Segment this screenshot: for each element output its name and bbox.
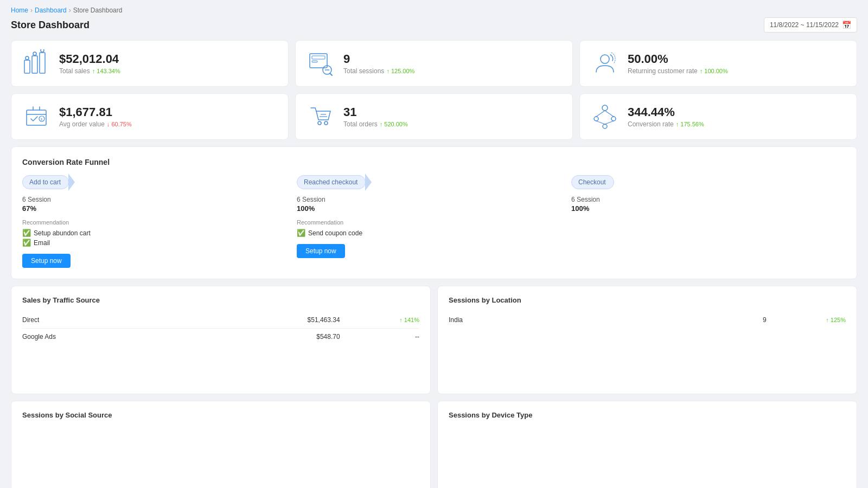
funnel-step0-setup-btn[interactable]: Setup now (22, 254, 71, 268)
funnel-step2-sessions: 6 Session (571, 196, 835, 203)
svg-point-18 (602, 105, 608, 111)
total-orders-value: 31 (343, 105, 408, 119)
page-header: Store Dashboard 11/8/2022 ~ 11/15/2022 📅 (11, 17, 857, 33)
date-range-picker[interactable]: 11/8/2022 ~ 11/15/2022 📅 (764, 17, 857, 33)
traffic-source-1: Google Ads (22, 333, 181, 341)
funnel-step1-rec0: ✅ Send coupon code (297, 229, 560, 237)
calendar-icon: 📅 (842, 21, 851, 29)
funnel-step0-rec1: ✅ Email (22, 239, 286, 247)
orders-icon (307, 102, 335, 131)
sales-icon (22, 49, 50, 78)
svg-point-16 (318, 121, 321, 125)
metrics-bottom-row: $ $1,677.81 Avg order value 60.75% (11, 93, 857, 140)
check-icon-1: ✅ (22, 239, 31, 247)
breadcrumb-dashboard[interactable]: Dashboard (35, 7, 67, 14)
svg-text:$: $ (41, 118, 43, 121)
funnel-step1-rec-label: Recommendation (297, 219, 560, 226)
svg-rect-7 (312, 56, 325, 59)
traffic-row-1: Google Ads $548.70 -- (22, 329, 419, 345)
funnel-step1-percent: 100% (297, 204, 560, 213)
location-row-0: India 9 ↑ 125% (449, 312, 846, 328)
total-sessions-label: Total sessions 125.00% (343, 67, 414, 75)
svg-rect-0 (24, 60, 30, 73)
conversion-rate-value: 344.44% (628, 105, 704, 119)
avg-order-trend: 60.75% (107, 121, 132, 127)
sessions-icon (307, 49, 335, 78)
metric-card-total-orders: 31 Total orders 520.00% (295, 93, 573, 140)
location-change-0: ↑ 125% (767, 317, 846, 323)
funnel-step0-rec0: ✅ Setup abundon cart (22, 229, 286, 237)
breadcrumb-current: Store Dashboard (73, 7, 123, 14)
conversion-icon (591, 102, 619, 131)
funnel-steps: Add to cart 6 Session 67% Recommendation… (22, 175, 846, 268)
svg-point-5 (41, 49, 44, 52)
funnel-section: Conversion Rate Funnel Add to cart 6 Ses… (11, 146, 857, 279)
conversion-rate-trend: 175.56% (676, 121, 704, 127)
sales-traffic-title: Sales by Traffic Source (22, 296, 419, 304)
funnel-badge-reached-checkout: Reached checkout (297, 175, 366, 189)
breadcrumb: Home › Dashboard › Store Dashboard (11, 7, 857, 14)
sessions-by-device-panel: Sessions by Device Type (437, 401, 857, 488)
total-sessions-value: 9 (343, 52, 414, 66)
avg-order-value: $1,677.81 (59, 105, 132, 119)
svg-point-20 (611, 117, 616, 121)
date-range-value: 11/8/2022 ~ 11/15/2022 (770, 21, 839, 29)
funnel-step0-percent: 67% (22, 204, 286, 213)
metric-card-avg-order: $ $1,677.81 Avg order value 60.75% (11, 93, 289, 140)
traffic-source-0: Direct (22, 316, 181, 324)
traffic-value-1: $548.70 (181, 333, 340, 341)
bottom-grid-bottom: Sessions by Social Source Sessions by De… (11, 401, 857, 488)
sessions-social-title: Sessions by Social Source (22, 411, 419, 419)
svg-point-21 (603, 124, 607, 129)
traffic-change-1: -- (340, 333, 419, 341)
traffic-row-0: Direct $51,463.34 ↑ 141% (22, 312, 419, 329)
funnel-badge-add-to-cart: Add to cart (22, 175, 69, 189)
location-count-0: 9 (608, 316, 767, 324)
svg-line-11 (330, 73, 332, 75)
metric-card-conversion: 344.44% Conversion rate 175.56% (579, 93, 857, 140)
returning-customer-label: Returning customer rate 100.00% (628, 67, 728, 75)
svg-rect-1 (32, 56, 37, 73)
check-icon-2: ✅ (297, 229, 305, 237)
funnel-step0-sessions: 6 Session (22, 196, 286, 203)
returning-customer-trend: 100.00% (700, 68, 728, 74)
funnel-step2-percent: 100% (571, 204, 835, 213)
avg-order-label: Avg order value 60.75% (59, 120, 132, 128)
check-icon-0: ✅ (22, 229, 31, 237)
breadcrumb-home[interactable]: Home (11, 7, 28, 14)
traffic-value-0: $51,463.34 (181, 316, 340, 324)
funnel-step-checkout: Checkout 6 Session 100% (571, 175, 846, 268)
funnel-step-reached-checkout: Reached checkout 6 Session 100% Recommen… (297, 175, 571, 268)
avg-order-icon: $ (22, 102, 50, 131)
location-country-0: India (449, 316, 608, 324)
svg-point-19 (594, 117, 598, 121)
sessions-device-title: Sessions by Device Type (449, 411, 846, 419)
metric-card-total-sales: $52,012.04 Total sales 143.34% (11, 40, 289, 87)
sales-by-traffic-panel: Sales by Traffic Source Direct $51,463.3… (11, 286, 431, 394)
sessions-location-title: Sessions by Location (449, 296, 846, 304)
bottom-grid-top: Sales by Traffic Source Direct $51,463.3… (11, 286, 857, 394)
conversion-rate-label: Conversion rate 175.56% (628, 120, 704, 128)
total-sessions-trend: 125.00% (386, 68, 414, 74)
funnel-step-add-to-cart: Add to cart 6 Session 67% Recommendation… (22, 175, 297, 268)
traffic-table: Direct $51,463.34 ↑ 141% Google Ads $548… (22, 312, 419, 345)
metric-card-returning-customer: 50.00% Returning customer rate 100.00% (579, 40, 857, 87)
sessions-by-social-panel: Sessions by Social Source (11, 401, 431, 488)
customer-icon (591, 49, 619, 78)
location-table: India 9 ↑ 125% (449, 312, 846, 328)
svg-rect-2 (40, 53, 45, 73)
svg-point-12 (601, 55, 609, 63)
funnel-step0-rec-label: Recommendation (22, 219, 286, 226)
total-orders-trend: 520.00% (380, 121, 408, 127)
sessions-by-location-panel: Sessions by Location India 9 ↑ 125% (437, 286, 857, 394)
svg-point-4 (33, 52, 36, 55)
svg-point-17 (324, 121, 328, 125)
funnel-badge-checkout: Checkout (571, 175, 614, 189)
total-sales-label: Total sales 143.34% (59, 67, 120, 75)
funnel-step1-sessions: 6 Session (297, 196, 560, 203)
metric-card-total-sessions: 9 Total sessions 125.00% (295, 40, 573, 87)
total-orders-label: Total orders 520.00% (343, 120, 408, 128)
traffic-change-0: ↑ 141% (340, 317, 419, 323)
funnel-step1-setup-btn[interactable]: Setup now (297, 244, 345, 258)
funnel-title: Conversion Rate Funnel (22, 158, 846, 166)
